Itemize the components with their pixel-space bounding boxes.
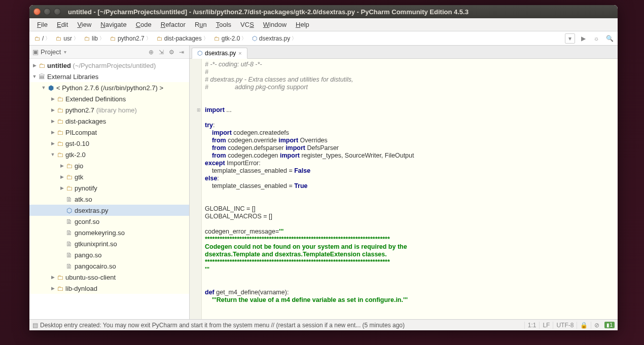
tree-node-atk[interactable]: 🗎atk.so <box>29 194 189 205</box>
tree-node-python[interactable]: ▼⬢< Python 2.7.6 (/usr/bin/python2.7) > <box>29 82 189 93</box>
tree-node-extlib[interactable]: ▼🏛External Libraries <box>29 71 189 82</box>
project-panel-header: ▣ Project ▾ ⊕ ⇲ ⚙ ⇥ <box>29 46 189 59</box>
tree-node-gtkunixprint[interactable]: 🗎gtkunixprint.so <box>29 238 189 249</box>
crumb-file[interactable]: ⬡ dsextras.py〉 <box>250 35 300 42</box>
tree-node-gtk[interactable]: ▶🗀gtk <box>29 171 189 182</box>
search-icon[interactable]: 🔍 <box>604 33 615 44</box>
menu-view[interactable]: View <box>73 19 96 30</box>
maximize-icon[interactable] <box>54 8 61 15</box>
settings-icon[interactable]: ⚙ <box>167 48 176 57</box>
line-separator[interactable]: LF <box>539 322 553 329</box>
tree-node-gnomekeyring[interactable]: 🗎gnomekeyring.so <box>29 227 189 238</box>
code-editor[interactable]: ⊞ # -*- coding: utf-8 -*- # # dsextras.p… <box>190 59 618 319</box>
app-window: untitled - [~/PycharmProjects/untitled] … <box>29 5 618 330</box>
crumb-usr[interactable]: 🗀usr〉 <box>54 35 82 42</box>
crumb-dist[interactable]: 🗀dist-packages〉 <box>155 35 212 42</box>
menu-run[interactable]: Run <box>190 19 211 30</box>
tree-node-gio[interactable]: ▶🗀gio <box>29 160 189 171</box>
caret-position[interactable]: 1:1 <box>524 322 540 329</box>
menu-code[interactable]: Code <box>131 19 156 30</box>
memory-indicator[interactable]: ⊘ <box>591 322 602 329</box>
close-icon[interactable] <box>33 8 41 15</box>
tree-node-pynotify[interactable]: ▶🗀pynotify <box>29 182 189 194</box>
tree-node-dist[interactable]: ▶🗀dist-packages <box>29 116 189 127</box>
editor-area: ⬡ dsextras.py × ⊞ # -*- coding: utf-8 -*… <box>190 46 618 319</box>
menu-vcs[interactable]: VCS <box>236 19 259 30</box>
tree-node-extdef[interactable]: ▶🗀Extended Definitions <box>29 93 189 104</box>
run-icon[interactable]: ▶ <box>578 33 588 44</box>
tree-node-untitled[interactable]: ▶🗀untitled (~/PycharmProjects/untitled) <box>29 60 189 71</box>
tree-node-py27lib[interactable]: ▶🗀python2.7 (library home) <box>29 104 189 116</box>
menu-refactor[interactable]: Refactor <box>156 19 190 30</box>
project-icon: ▣ <box>32 48 39 56</box>
tree-node-ubuntu-sso[interactable]: ▶🗀ubuntu-sso-client <box>29 272 189 283</box>
status-message: Desktop entry created: You may now exit … <box>40 322 524 329</box>
crumb-lib[interactable]: 🗀lib〉 <box>82 35 108 42</box>
tab-dsextras[interactable]: ⬡ dsextras.py × <box>192 48 247 59</box>
editor-gutter[interactable] <box>190 59 202 319</box>
close-tab-icon[interactable]: × <box>238 50 241 56</box>
editor-tabs: ⬡ dsextras.py × <box>190 46 618 59</box>
statusbar: ▤ Desktop entry created: You may now exi… <box>29 319 618 330</box>
git-badge[interactable]: ▮1 <box>604 322 615 328</box>
menu-help[interactable]: Help <box>291 19 314 30</box>
tab-label: dsextras.py <box>205 50 236 57</box>
project-view-dropdown[interactable]: ▾ <box>64 49 66 55</box>
menu-tools[interactable]: Tools <box>211 19 236 30</box>
minimize-icon[interactable] <box>44 8 51 15</box>
tree-node-dsextras[interactable]: ⬡dsextras.py <box>29 205 189 216</box>
window-title: untitled - [~/PycharmProjects/untitled] … <box>68 8 469 16</box>
debug-icon[interactable]: ☼ <box>591 33 601 44</box>
crumb-python27[interactable]: 🗀python2.7〉 <box>108 35 155 42</box>
encoding[interactable]: UTF-8 <box>553 322 577 329</box>
tree-node-pangocairo[interactable]: 🗎pangocairo.so <box>29 260 189 272</box>
menu-navigate[interactable]: Navigate <box>96 19 131 30</box>
project-panel-title: Project <box>41 48 61 56</box>
menu-window[interactable]: Window <box>259 19 291 30</box>
tree-node-gtk20[interactable]: ▼🗀gtk-2.0 <box>29 149 189 160</box>
python-file-icon: ⬡ <box>197 50 202 57</box>
tree-node-gconf[interactable]: 🗎gconf.so <box>29 216 189 227</box>
run-config-dropdown[interactable]: ▾ <box>565 33 575 44</box>
titlebar[interactable]: untitled - [~/PycharmProjects/untitled] … <box>29 5 618 18</box>
breadcrumb-bar: 🗀/〉 🗀usr〉 🗀lib〉 🗀python2.7〉 🗀dist-packag… <box>29 31 618 46</box>
crumb-root[interactable]: 🗀/〉 <box>32 35 54 42</box>
fold-icon[interactable]: ⊞ <box>197 106 201 114</box>
crumb-gtk[interactable]: 🗀gtk-2.0〉 <box>212 35 251 42</box>
collapse-all-icon[interactable]: ⇲ <box>157 48 166 57</box>
scroll-from-source-icon[interactable]: ⊕ <box>147 48 156 57</box>
project-tree[interactable]: ▶🗀untitled (~/PycharmProjects/untitled) … <box>29 59 189 319</box>
menubar: File Edit View Navigate Code Refactor Ru… <box>29 18 618 31</box>
menu-file[interactable]: File <box>32 19 52 30</box>
status-icon: ▤ <box>32 322 38 329</box>
project-panel: ▣ Project ▾ ⊕ ⇲ ⚙ ⇥ ▶🗀untitled (~/Pychar… <box>29 46 190 319</box>
tree-node-lib-dynload[interactable]: ▶🗀lib-dynload <box>29 283 189 294</box>
readonly-lock-icon[interactable]: 🔒 <box>577 322 591 329</box>
tree-node-pil[interactable]: ▶🗀PILcompat <box>29 127 189 138</box>
menu-edit[interactable]: Edit <box>52 19 73 30</box>
tree-node-pango[interactable]: 🗎pango.so <box>29 249 189 260</box>
tree-node-gst[interactable]: ▶🗀gst-0.10 <box>29 138 189 149</box>
hide-panel-icon[interactable]: ⇥ <box>177 48 186 57</box>
